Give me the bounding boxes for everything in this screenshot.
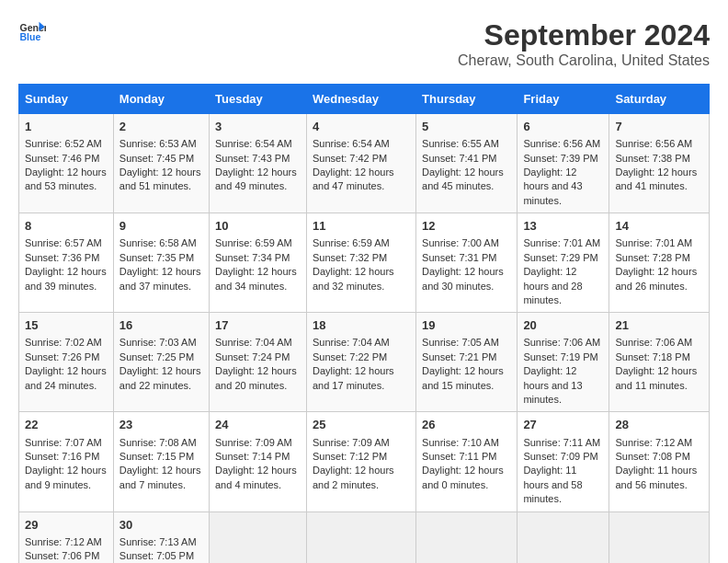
sunset: Sunset: 7:06 PM [25,550,99,561]
cell-4-5: 26Sunrise: 7:10 AMSunset: 7:11 PMDayligh… [416,412,518,511]
day-number: 10 [215,218,301,235]
sunset: Sunset: 7:38 PM [615,153,689,164]
sunset: Sunset: 7:09 PM [523,451,597,462]
day-number: 16 [119,317,203,334]
sunset: Sunset: 7:11 PM [422,451,496,462]
main-title: September 2024 [458,18,710,52]
header-friday: Friday [518,85,609,114]
header-tuesday: Tuesday [210,85,307,114]
sunrise: Sunrise: 7:04 AM [313,337,390,348]
sunrise: Sunrise: 6:58 AM [119,237,197,248]
sunrise: Sunrise: 7:11 AM [523,437,600,448]
sunset: Sunset: 7:26 PM [25,351,99,362]
sunrise: Sunrise: 7:13 AM [119,536,197,547]
header-thursday: Thursday [416,85,518,114]
sunrise: Sunrise: 7:10 AM [422,437,499,448]
day-number: 29 [25,517,108,534]
daylight: Daylight: 12 hours and 30 minutes. [422,266,504,291]
daylight: Daylight: 12 hours and 22 minutes. [119,365,201,390]
cell-5-4 [306,511,415,563]
sunrise: Sunrise: 7:05 AM [422,337,499,348]
sunset: Sunset: 7:36 PM [25,252,99,263]
sunset: Sunset: 7:28 PM [615,252,689,263]
day-number: 24 [215,417,301,433]
cell-3-1: 15Sunrise: 7:02 AMSunset: 7:26 PMDayligh… [19,313,114,412]
cell-4-7: 28Sunrise: 7:12 AMSunset: 7:08 PMDayligh… [609,412,710,511]
day-number: 17 [215,317,301,334]
cell-5-7 [609,511,710,563]
cell-2-5: 12Sunrise: 7:00 AMSunset: 7:31 PMDayligh… [416,213,518,313]
daylight: Daylight: 12 hours and 9 minutes. [25,465,107,489]
subtitle: Cheraw, South Carolina, United States [458,52,710,69]
daylight: Daylight: 12 hours and 17 minutes. [313,365,394,390]
sunrise: Sunrise: 6:55 AM [422,138,499,149]
day-number: 1 [25,119,108,135]
cell-2-2: 9Sunrise: 6:58 AMSunset: 7:35 PMDaylight… [113,213,209,313]
daylight: Daylight: 12 hours and 24 minutes. [25,365,107,390]
sunset: Sunset: 7:45 PM [119,153,194,164]
cell-1-4: 4Sunrise: 6:54 AMSunset: 7:42 PMDaylight… [306,114,415,213]
day-number: 4 [313,119,410,135]
day-number: 30 [119,517,203,534]
day-number: 3 [215,119,301,135]
daylight: Daylight: 12 hours and 32 minutes. [313,266,394,291]
daylight: Daylight: 11 hours and 56 minutes. [615,465,697,489]
header-saturday: Saturday [609,85,710,114]
cell-4-6: 27Sunrise: 7:11 AMSunset: 7:09 PMDayligh… [518,412,609,511]
sunset: Sunset: 7:29 PM [523,252,597,263]
sunset: Sunset: 7:15 PM [119,451,194,462]
day-number: 23 [119,417,203,433]
sunrise: Sunrise: 7:03 AM [119,337,197,348]
daylight: Daylight: 12 hours and 13 minutes. [523,365,582,405]
logo: General Blue [18,18,46,46]
day-number: 21 [615,317,703,334]
cell-5-3 [210,511,307,563]
sunset: Sunset: 7:25 PM [119,351,194,362]
day-number: 8 [25,218,108,235]
cell-2-7: 14Sunrise: 7:01 AMSunset: 7:28 PMDayligh… [609,213,710,313]
cell-1-3: 3Sunrise: 6:54 AMSunset: 7:43 PMDaylight… [210,114,307,213]
day-number: 11 [313,218,410,235]
day-number: 14 [615,218,703,235]
sunrise: Sunrise: 7:12 AM [25,536,102,547]
sunset: Sunset: 7:16 PM [25,451,99,462]
cell-3-4: 18Sunrise: 7:04 AMSunset: 7:22 PMDayligh… [306,313,415,412]
day-number: 28 [615,417,703,433]
cell-2-1: 8Sunrise: 6:57 AMSunset: 7:36 PMDaylight… [19,213,114,313]
day-number: 22 [25,417,108,433]
sunset: Sunset: 7:39 PM [523,153,597,164]
sunrise: Sunrise: 6:53 AM [119,138,197,149]
day-number: 20 [523,317,603,334]
day-number: 25 [313,417,410,433]
day-number: 27 [523,417,603,433]
sunset: Sunset: 7:43 PM [215,153,290,164]
header-monday: Monday [113,85,209,114]
week-row-1: 1Sunrise: 6:52 AMSunset: 7:46 PMDaylight… [19,114,710,213]
daylight: Daylight: 12 hours and 26 minutes. [615,266,697,291]
sunrise: Sunrise: 7:06 AM [615,337,692,348]
sunrise: Sunrise: 6:57 AM [25,237,102,248]
sunrise: Sunrise: 7:07 AM [25,437,102,448]
week-row-3: 15Sunrise: 7:02 AMSunset: 7:26 PMDayligh… [19,313,710,412]
cell-4-1: 22Sunrise: 7:07 AMSunset: 7:16 PMDayligh… [19,412,114,511]
daylight: Daylight: 12 hours and 47 minutes. [313,167,394,191]
cell-1-2: 2Sunrise: 6:53 AMSunset: 7:45 PMDaylight… [113,114,209,213]
cell-2-6: 13Sunrise: 7:01 AMSunset: 7:29 PMDayligh… [518,213,609,313]
day-number: 13 [523,218,603,235]
cell-1-1: 1Sunrise: 6:52 AMSunset: 7:46 PMDaylight… [19,114,114,213]
sunrise: Sunrise: 7:01 AM [615,237,692,248]
sunset: Sunset: 7:24 PM [215,351,290,362]
cell-1-7: 7Sunrise: 6:56 AMSunset: 7:38 PMDaylight… [609,114,710,213]
day-number: 6 [523,119,603,135]
sunset: Sunset: 7:31 PM [422,252,496,263]
cell-1-5: 5Sunrise: 6:55 AMSunset: 7:41 PMDaylight… [416,114,518,213]
sunrise: Sunrise: 6:52 AM [25,138,102,149]
sunset: Sunset: 7:35 PM [119,252,194,263]
sunset: Sunset: 7:41 PM [422,153,496,164]
daylight: Daylight: 12 hours and 4 minutes. [215,465,297,489]
sunset: Sunset: 7:14 PM [215,451,290,462]
sunrise: Sunrise: 7:00 AM [422,237,499,248]
cell-3-2: 16Sunrise: 7:03 AMSunset: 7:25 PMDayligh… [113,313,209,412]
daylight: Daylight: 12 hours and 2 minutes. [313,465,394,489]
sunrise: Sunrise: 7:12 AM [615,437,692,448]
